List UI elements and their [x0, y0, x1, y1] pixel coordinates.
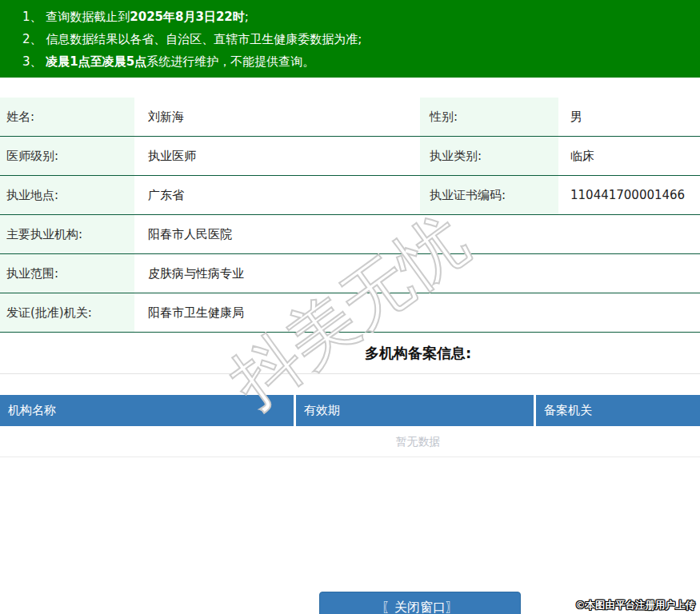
practice-scope-label: 执业范围: [0, 254, 134, 293]
column-header-validity: 有效期 [296, 395, 536, 426]
doctor-level-value: 执业医师 [139, 137, 415, 175]
main-organization-value: 阳春市人民医院 [139, 215, 700, 253]
notice-3-text: 系统进行维护，不能提供查询。 [146, 54, 314, 69]
practitioner-info-table: 姓名: 刘新海 性别: 男 医师级别: 执业医师 执业类别: 临床 执业地点: … [0, 98, 700, 333]
practice-category-label: 执业类别: [420, 137, 558, 175]
certificate-number-value: 110441700001466 [565, 176, 700, 214]
column-header-org-name: 机构名称 [0, 395, 296, 426]
table-row-issuer: 发证(批准)机关: 阳春市卫生健康局 [0, 293, 700, 333]
cell-gap [558, 176, 565, 214]
practice-location-label: 执业地点: [0, 176, 134, 214]
notice-3-bold-hours: 凌晨1点至凌晨5点 [46, 54, 146, 69]
column-header-record-authority: 备案机关 [536, 395, 700, 426]
table-row-location-cert: 执业地点: 广东省 执业证书编码: 110441700001466 [0, 176, 700, 215]
name-value: 刘新海 [139, 98, 415, 136]
gender-value: 男 [565, 98, 700, 136]
name-label: 姓名: [0, 98, 134, 136]
notice-1-text: 1、 查询数据截止到 [22, 10, 130, 24]
issuing-authority-value: 阳春市卫生健康局 [139, 293, 700, 332]
table-row-scope: 执业范围: 皮肤病与性病专业 [0, 254, 700, 293]
doctor-level-label: 医师级别: [0, 137, 134, 175]
notice-line-2: 2、 信息数据结果以各省、自治区、直辖市卫生健康委数据为准; [22, 28, 692, 50]
notice-line-3: 3、 凌晨1点至凌晨5点系统进行维护，不能提供查询。 [22, 50, 692, 73]
notice-banner: 1、 查询数据截止到2025年8月3日22时; 2、 信息数据结果以各省、自治区… [0, 0, 700, 78]
notice-2-text: 2、 信息数据结果以各省、自治区、直辖市卫生健康委数据为准; [22, 32, 362, 46]
gender-label: 性别: [420, 98, 558, 136]
notice-1-bold-date: 2025年8月3日22时 [130, 10, 245, 24]
notice-line-1: 1、 查询数据截止到2025年8月3日22时; [22, 6, 692, 28]
practice-category-value: 临床 [565, 137, 700, 175]
notice-3-prefix: 3、 [22, 54, 46, 69]
no-data-text: 暂无数据 [396, 435, 441, 448]
table-row-level-category: 医师级别: 执业医师 执业类别: 临床 [0, 137, 700, 176]
close-window-button[interactable]: 〖关闭窗口〗 [319, 592, 521, 614]
multi-org-section-title-row: 多机构备案信息: [0, 333, 700, 374]
main-organization-label: 主要执业机构: [0, 215, 134, 253]
certificate-number-label: 执业证书编码: [420, 176, 558, 214]
copyright-stamp: ©本图由平台注册用户上传 [575, 599, 695, 612]
practitioner-license-query-result-page: 1、 查询数据截止到2025年8月3日22时; 2、 信息数据结果以各省、自治区… [0, 0, 700, 614]
cell-gap [558, 98, 565, 136]
no-data-row: 暂无数据 [0, 426, 700, 457]
table-row-main-org: 主要执业机构: 阳春市人民医院 [0, 215, 700, 254]
practice-scope-value: 皮肤病与性病专业 [139, 254, 700, 293]
issuing-authority-label: 发证(批准)机关: [0, 293, 134, 332]
cell-gap [558, 137, 565, 175]
multi-org-section-title: 多机构备案信息: [365, 345, 471, 361]
multi-org-table-header: 机构名称 有效期 备案机关 [0, 395, 700, 426]
notice-1-suffix: ; [245, 10, 249, 24]
practice-location-value: 广东省 [139, 176, 415, 214]
table-row-name-gender: 姓名: 刘新海 性别: 男 [0, 98, 700, 137]
